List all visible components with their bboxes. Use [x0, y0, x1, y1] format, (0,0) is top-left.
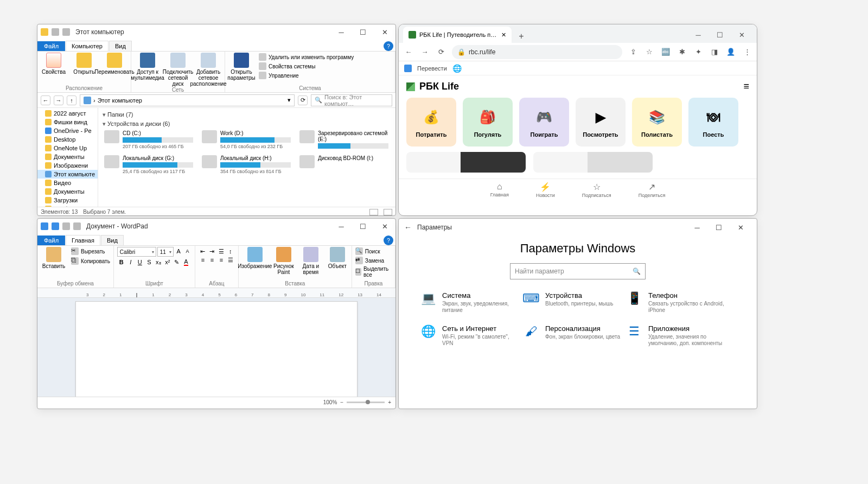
- menu-icon[interactable]: ⋮: [742, 47, 752, 58]
- settings-category[interactable]: 🖌ПерсонализацияФон, экран блокировки, цв…: [524, 324, 621, 347]
- bold-button[interactable]: B: [117, 258, 126, 266]
- qat-btn[interactable]: [52, 28, 59, 36]
- ribbon-openparams[interactable]: Открыть параметры: [228, 53, 254, 81]
- replace-button[interactable]: ⇄Замена: [355, 256, 392, 265]
- nav-item[interactable]: ↗Поделиться: [639, 182, 666, 198]
- italic-button[interactable]: I: [126, 258, 135, 266]
- tree-item[interactable]: Desktop: [37, 135, 98, 144]
- refresh-button[interactable]: ⟳: [298, 95, 308, 105]
- qat-save[interactable]: [52, 222, 59, 230]
- decrease-indent[interactable]: ⇤: [199, 247, 207, 256]
- tree-item[interactable]: Документы: [37, 187, 98, 196]
- category-tile[interactable]: 📚Полистать: [632, 98, 682, 147]
- bullets[interactable]: ☰: [217, 247, 226, 256]
- help-icon[interactable]: ?: [384, 41, 393, 51]
- sup-button[interactable]: x²: [163, 258, 172, 266]
- nav-tree[interactable]: 2022 августФишки виндOneDrive - PeDeskto…: [37, 108, 98, 207]
- underline-button[interactable]: U: [136, 258, 144, 266]
- new-tab-button[interactable]: +: [515, 30, 528, 43]
- category-tile[interactable]: 🎒Погулять: [463, 98, 513, 147]
- qat-undo[interactable]: [62, 222, 70, 230]
- settings-category[interactable]: 🌐Сеть и ИнтернетWi-Fi, режим "в самолете…: [420, 324, 518, 347]
- linespace[interactable]: ↕: [226, 247, 235, 256]
- tab-computer[interactable]: Компьютер: [66, 41, 108, 51]
- font-name-select[interactable]: Calibri: [117, 247, 156, 257]
- tab-file[interactable]: Файл: [37, 41, 65, 51]
- insert-image[interactable]: Изображение: [242, 247, 268, 275]
- tab-file[interactable]: Файл: [37, 235, 65, 245]
- increase-indent[interactable]: ⇥: [208, 247, 216, 256]
- tree-item[interactable]: 2022 август: [37, 109, 98, 118]
- insert-paint[interactable]: Рисунок Paint: [272, 247, 295, 275]
- align-right[interactable]: ≡: [217, 256, 226, 264]
- drive-item[interactable]: Зарезервировано системой (E:): [298, 129, 390, 151]
- close-button[interactable]: ✕: [374, 219, 395, 234]
- settings-search[interactable]: Найти параметр 🔍: [510, 263, 646, 279]
- selectall-button[interactable]: ☐Выделить все: [355, 265, 392, 278]
- help-icon[interactable]: ?: [384, 235, 393, 245]
- strike-button[interactable]: S: [145, 258, 154, 266]
- drive-item[interactable]: Work (D:)54,0 ГБ свободно из 232 ГБ: [200, 129, 292, 151]
- back-button[interactable]: ←: [404, 223, 412, 232]
- minimize-button[interactable]: ─: [330, 219, 352, 234]
- nav-item[interactable]: ☆Подписаться: [582, 182, 611, 198]
- qat-btn[interactable]: [62, 28, 70, 36]
- close-button[interactable]: ✕: [374, 24, 395, 40]
- tree-item[interactable]: Изображени: [37, 205, 98, 207]
- translate-icon[interactable]: 🔤: [660, 47, 671, 58]
- align-center[interactable]: ≡: [208, 256, 216, 264]
- back-button[interactable]: ←: [403, 47, 414, 58]
- drives-header[interactable]: Устройства и диски (6): [103, 119, 391, 129]
- tree-item[interactable]: Фишки винд: [37, 118, 98, 126]
- settings-category[interactable]: 📱ТелефонСвязать устройство с Android, iP…: [627, 291, 724, 314]
- find-button[interactable]: 🔍Поиск: [355, 247, 392, 256]
- tab-home[interactable]: Главная: [66, 235, 100, 245]
- breadcrumb[interactable]: › Этот компьютер ▾: [80, 94, 295, 106]
- sidepanel-icon[interactable]: ◨: [709, 47, 720, 58]
- nav-item[interactable]: ⚡Новости: [536, 182, 555, 198]
- settings-category[interactable]: 💻СистемаЭкран, звук, уведомления, питани…: [420, 291, 518, 314]
- article-card[interactable]: [533, 152, 653, 173]
- minimize-button[interactable]: ─: [330, 24, 352, 40]
- maximize-button[interactable]: ☐: [709, 27, 731, 43]
- tree-item[interactable]: Документы: [37, 152, 98, 161]
- article-card[interactable]: [406, 152, 526, 173]
- puzzle-icon[interactable]: ✦: [693, 47, 704, 58]
- close-button[interactable]: ✕: [731, 27, 752, 43]
- tree-item[interactable]: Изображени: [37, 161, 98, 170]
- insert-datetime[interactable]: Дата и время: [299, 247, 322, 275]
- drive-item[interactable]: Локальный диск (H:)354 ГБ свободно из 81…: [200, 154, 292, 176]
- paste-button[interactable]: Вставить: [41, 247, 67, 269]
- tab-view[interactable]: Вид: [101, 235, 124, 245]
- nav-up[interactable]: ↑: [67, 95, 76, 105]
- category-tile[interactable]: 💰Потратить: [406, 98, 456, 147]
- category-tile[interactable]: 🎮Поиграть: [519, 98, 569, 147]
- copy-button[interactable]: ⿻Копировать: [71, 257, 110, 265]
- color-button[interactable]: A: [182, 258, 190, 266]
- zoom-in[interactable]: +: [388, 399, 391, 405]
- shrink-font[interactable]: A: [183, 247, 192, 256]
- highlight-button[interactable]: ✎: [173, 258, 181, 266]
- page[interactable]: [75, 301, 358, 397]
- minimize-button[interactable]: ─: [686, 220, 708, 235]
- tab-view[interactable]: Вид: [109, 41, 132, 51]
- view-icons[interactable]: [384, 209, 392, 215]
- nav-item[interactable]: ⌂Главная: [490, 182, 509, 198]
- drive-item[interactable]: Локальный диск (G:)25,4 ГБ свободно из 1…: [103, 154, 195, 176]
- sub-button[interactable]: x₂: [154, 258, 163, 266]
- zoom-out[interactable]: −: [340, 399, 343, 405]
- browser-tab[interactable]: РБК Life | Путеводитель по своб ✕: [403, 27, 512, 43]
- align-left[interactable]: ≡: [199, 256, 207, 264]
- globe-icon[interactable]: 🌐: [452, 64, 462, 73]
- tree-item[interactable]: OneDrive - Pe: [37, 126, 98, 135]
- drive-item[interactable]: CD (C:)207 ГБ свободно из 465 ГБ: [103, 129, 195, 151]
- zoom-slider[interactable]: [347, 402, 385, 403]
- tree-item[interactable]: Видео: [37, 179, 98, 187]
- ribbon-open[interactable]: Открыть: [71, 53, 97, 75]
- ribbon-media[interactable]: Доступ к мультимедиа: [135, 53, 161, 87]
- view-details[interactable]: [369, 209, 378, 215]
- qat-redo[interactable]: [73, 222, 81, 230]
- tree-item[interactable]: Загрузки: [37, 196, 98, 205]
- minimize-button[interactable]: ─: [687, 27, 709, 43]
- folders-header[interactable]: Папки (7): [103, 110, 391, 119]
